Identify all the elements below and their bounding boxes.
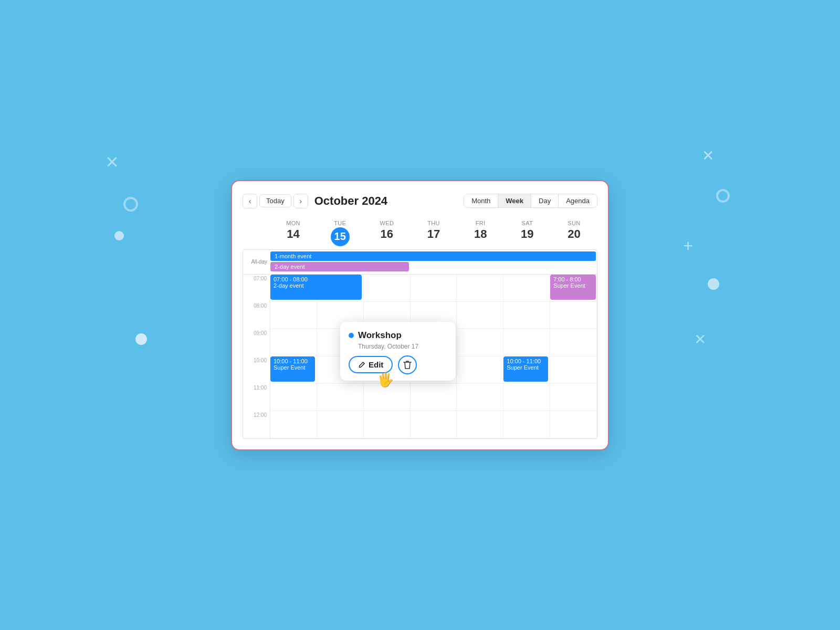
grid-cell (550, 329, 597, 356)
time-label-1000: 10:00 (243, 356, 270, 384)
time-label-0700: 07:00 (243, 275, 270, 302)
event-super-sat[interactable]: 10:00 - 11:00Super Event (503, 356, 548, 382)
grid-cell (411, 411, 457, 438)
grid-cell (317, 384, 364, 411)
time-label-0800: 08:00 (243, 302, 270, 329)
popup-dot (349, 333, 354, 338)
prev-button[interactable]: ‹ (243, 194, 257, 208)
grid-cell (550, 356, 597, 384)
time-grid: 07:00 08:00 09:00 10:00 (243, 275, 597, 438)
view-day[interactable]: Day (531, 194, 559, 207)
popup-title: Workshop (349, 330, 447, 341)
day-header-thu: Thu 17 (410, 218, 457, 249)
day-header-tue: Tue 15 (317, 218, 363, 249)
grid-cell (411, 275, 457, 302)
grid-cell (411, 384, 457, 411)
calendar-title: October 2024 (314, 194, 464, 208)
view-month[interactable]: Month (464, 194, 498, 207)
grid-cell (270, 302, 317, 329)
calendar-card: ‹ Today › October 2024 Month Week Day Ag… (231, 180, 609, 450)
grid-cell (503, 275, 550, 302)
view-agenda[interactable]: Agenda (559, 194, 597, 207)
edit-label: Edit (369, 360, 383, 369)
trash-icon (403, 360, 412, 370)
allday-event-2day[interactable]: 2-day event (270, 262, 409, 271)
grid-cell (270, 384, 317, 411)
delete-button[interactable] (398, 355, 417, 374)
popup-title-text: Workshop (358, 330, 402, 341)
grid-cell (457, 411, 503, 438)
grid-cell (364, 411, 411, 438)
day-header-wed: Wed 16 (363, 218, 410, 249)
view-switcher: Month Week Day Agenda (464, 194, 597, 208)
grid-cell (270, 329, 317, 356)
allday-label: All-day (243, 259, 270, 265)
day-header-mon: Mon 14 (270, 218, 317, 249)
allday-row: All-day 1-month event 2-day event (243, 250, 597, 275)
popup-actions: Edit (349, 355, 447, 374)
day-header-sun: Sun 20 (551, 218, 597, 249)
next-button[interactable]: › (293, 194, 308, 208)
event-popup: Workshop Thursday, October 17 Edit (340, 322, 456, 381)
event-super-sun[interactable]: 7:00 - 8:00Super Event (550, 275, 596, 300)
today-button[interactable]: Today (259, 194, 291, 207)
grid-cell (364, 384, 411, 411)
event-super-mon[interactable]: 10:00 - 11:00Super Event (270, 356, 315, 382)
grid-cell (550, 411, 597, 438)
grid-cell (317, 411, 364, 438)
view-week[interactable]: Week (498, 194, 531, 207)
grid-cell (550, 302, 597, 329)
allday-event-month[interactable]: 1-month event (270, 251, 596, 261)
grid-cell (457, 384, 503, 411)
grid-cell (503, 302, 550, 329)
time-label-1100: 11:00 (243, 384, 270, 411)
grid-cell (503, 411, 550, 438)
time-label-0900: 09:00 (243, 329, 270, 356)
grid-cell (503, 384, 550, 411)
day-header-sat: Sat 19 (504, 218, 551, 249)
edit-icon (358, 361, 365, 369)
allday-events: 1-month event 2-day event (270, 250, 597, 274)
grid-cell (457, 356, 503, 384)
popup-date: Thursday, October 17 (358, 343, 447, 350)
grid-cell (457, 302, 503, 329)
grid-cell (457, 329, 503, 356)
grid-cell (457, 275, 503, 302)
edit-button[interactable]: Edit (349, 356, 393, 373)
grid-cell (364, 275, 411, 302)
calendar-grid: All-day 1-month event 2-day event 07:00 (243, 249, 597, 439)
time-label-1200: 12:00 (243, 411, 270, 438)
grid-cell (503, 329, 550, 356)
grid-cell (270, 411, 317, 438)
grid-cell (550, 384, 597, 411)
day-header-row: Mon 14 Tue 15 Wed 16 Thu 17 Fri 18 Sat 1… (243, 218, 597, 249)
day-header-fri: Fri 18 (457, 218, 504, 249)
calendar-header: ‹ Today › October 2024 Month Week Day Ag… (243, 194, 597, 208)
event-2day-blue[interactable]: 07:00 - 08:002-day event (270, 275, 362, 300)
